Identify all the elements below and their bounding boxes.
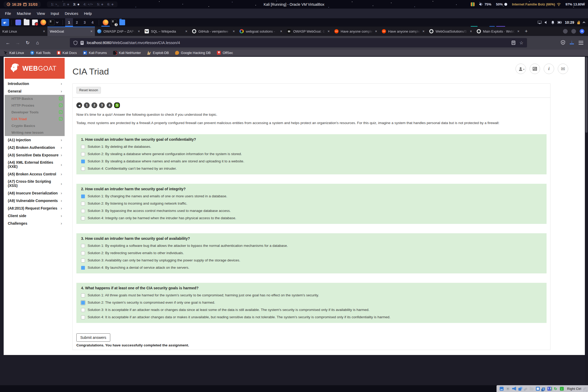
option-checkbox[interactable] (81, 315, 85, 319)
bookmark-offsec[interactable]: OffSec (217, 51, 233, 55)
reader-mode-icon[interactable] (512, 41, 515, 45)
menu-help[interactable]: Help (81, 10, 95, 17)
close-icon[interactable]: × (90, 29, 93, 33)
option-checkbox[interactable] (81, 293, 85, 297)
audio-tray-icon[interactable] (545, 21, 548, 24)
launcher-dropdown-icon[interactable] (56, 21, 59, 23)
option-checkbox[interactable] (81, 259, 85, 262)
option-checkbox[interactable] (81, 244, 85, 248)
address-bar[interactable]: localhost:8080/WebGoat/start.mvc#lesson/… (70, 38, 527, 47)
answer-option[interactable]: Solution 4: Integrity can only be harmed… (81, 216, 542, 220)
tab-webgoatsolutions-repo[interactable]: WebGoatSolutions/S× (427, 27, 474, 36)
tab-main-exploits[interactable]: Main Exploits · WebG× (474, 27, 522, 36)
host-clock-widget[interactable]: 16:29 31/03 (4, 2, 41, 7)
file-manager-icon[interactable] (24, 20, 29, 25)
close-icon[interactable]: × (185, 29, 187, 33)
tab-sql-wikipedia[interactable]: SQL – Wikipedia× (142, 27, 190, 36)
tab-kali-linux[interactable]: Kali Linux× (0, 27, 47, 36)
bookmark-kali-nethunter[interactable]: Kali NetHunter (113, 51, 141, 55)
menu-input[interactable]: Input (48, 10, 62, 17)
host-workspace-4[interactable]: 4:</> (83, 2, 93, 6)
lesson-http-proxies[interactable]: HTTP Proxies (5, 102, 65, 109)
tracking-protection-shield-icon[interactable] (74, 41, 77, 45)
bookmark-kali-docs[interactable]: Kali Docs (57, 51, 77, 55)
guest-workspace-1[interactable]: 1 (65, 18, 73, 27)
display-icon[interactable] (536, 387, 540, 391)
sidebar-item-a1-injection[interactable]: (A1) Injection› (5, 136, 65, 144)
reset-lesson-button[interactable]: Reset lesson (76, 87, 101, 94)
contact-button[interactable]: ✉ (558, 64, 568, 74)
host-workspace-5[interactable]: 5:● (97, 2, 103, 6)
guest-workspace-4[interactable]: 4 (89, 18, 96, 27)
extension-shield-icon[interactable] (561, 40, 565, 45)
answer-option[interactable]: Solution 4: It is acceptable if an attac… (81, 315, 542, 319)
maximize-button[interactable] (571, 29, 576, 34)
open-firefox-window[interactable] (101, 18, 110, 27)
answer-option[interactable]: Solution 3: By bypassing the access cont… (81, 209, 542, 213)
about-button[interactable]: i (544, 64, 554, 74)
tray-expand-icon[interactable] (583, 22, 585, 24)
app-launcher-icon[interactable] (15, 20, 21, 25)
kali-menu-button[interactable] (1, 19, 9, 26)
audio-icon[interactable] (512, 387, 516, 391)
battery-tray-icon[interactable] (558, 21, 562, 24)
answer-option[interactable]: Solution 3: By stealing a database where… (81, 159, 542, 163)
tab-reddit-1[interactable]: Have anyone comple× (332, 27, 379, 36)
home-button[interactable]: ⌂ (33, 39, 42, 47)
bookmark-kali-forums[interactable]: Kali Forums (83, 51, 107, 55)
sidebar-item-a8-insecure-deserialization[interactable]: (A8) Insecure Deserialization› (5, 189, 65, 197)
option-checkbox[interactable] (81, 194, 85, 198)
back-button[interactable]: ← (4, 39, 12, 47)
close-icon[interactable]: × (328, 29, 330, 33)
answer-option[interactable]: Solution 1: By exploiting a software bug… (81, 244, 542, 248)
usb-icon[interactable] (523, 387, 527, 391)
guest-workspace-3[interactable]: 3 (81, 18, 89, 27)
reload-button[interactable]: ↻ (23, 39, 32, 47)
close-icon[interactable]: × (375, 29, 377, 33)
page-button-4[interactable]: 4 (107, 102, 112, 108)
resize-grip[interactable] (583, 387, 587, 391)
close-icon[interactable]: × (233, 29, 235, 33)
sidebar-item-a3-sensitive-data[interactable]: (A3) Sensitive Data Exposure› (5, 151, 65, 159)
answer-option[interactable]: Solution 1: All three goals must be harm… (81, 293, 542, 297)
lesson-writing-new-lesson[interactable]: Writing new lesson (5, 129, 65, 136)
answer-option[interactable]: Solution 2: By redirecting sensitive ema… (81, 251, 542, 255)
recording-icon[interactable] (542, 388, 545, 390)
text-editor-icon[interactable] (32, 20, 38, 25)
option-checkbox[interactable] (81, 202, 85, 206)
tab-owasp-webgoat[interactable]: OWASP WebGoat: G× (285, 27, 332, 36)
answer-option[interactable]: Solution 1: By deleting all the database… (81, 145, 542, 149)
sidebar-item-a2-broken-authentication[interactable]: (A2) Broken Authentication› (5, 144, 65, 151)
optical-drive-icon[interactable] (506, 387, 510, 391)
page-info-icon[interactable] (81, 41, 84, 45)
host-workspace-2[interactable]: 2:● (63, 2, 69, 6)
user-menu-button[interactable]: ▾ (516, 64, 526, 74)
page-button-3[interactable]: 3 (99, 102, 105, 108)
page-button-1[interactable]: 1 (84, 102, 90, 108)
brightness-indicator[interactable]: 50% (496, 2, 507, 6)
page-button-2[interactable]: 2 (91, 102, 97, 108)
close-icon[interactable]: × (517, 29, 519, 33)
menu-view[interactable]: View (34, 10, 48, 17)
forward-button[interactable]: → (14, 39, 22, 47)
terminal-launcher-icon[interactable] (49, 20, 54, 25)
lesson-crypto-basics[interactable]: Crypto Basics (5, 122, 65, 129)
option-checkbox[interactable] (81, 301, 85, 305)
shared-folders-icon[interactable] (530, 388, 534, 390)
vm-features-icon[interactable] (547, 387, 551, 391)
tab-webgoat[interactable]: WebGoat× (47, 27, 95, 36)
answer-option[interactable]: Solution 4: Confidentiality can't be har… (81, 167, 542, 171)
notifications-tray-icon[interactable] (551, 21, 554, 24)
bookmark-kali-linux[interactable]: Kali Linux (4, 51, 24, 55)
tab-github-vernjan[interactable]: GitHub - vernjan/we× (190, 27, 237, 36)
menu-devices[interactable]: Devices (62, 10, 81, 17)
close-icon[interactable]: × (43, 29, 45, 33)
sidebar-item-general[interactable]: General› (5, 87, 65, 95)
battery-indicator[interactable]: 97% 13.80W (566, 2, 585, 6)
answer-option[interactable]: Solution 3: It is acceptable if an attac… (81, 308, 542, 312)
keyboard-capture-icon[interactable] (560, 387, 564, 391)
lesson-cia-triad[interactable]: CIA Triad (5, 115, 65, 122)
host-workspace-3[interactable]: 3:● (73, 2, 79, 6)
bookmark-kali-tools[interactable]: Kali Tools (30, 51, 50, 55)
option-checkbox[interactable] (81, 251, 85, 255)
